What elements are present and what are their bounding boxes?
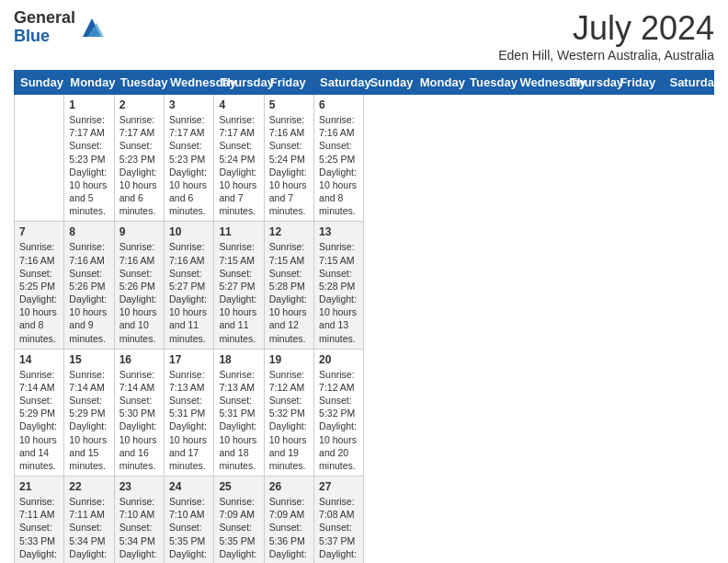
day-number: 4 — [219, 98, 258, 111]
day-info: Sunset: 5:23 PM — [69, 139, 108, 165]
month-title: July 2024 — [498, 9, 714, 48]
day-cell: 15Sunrise: 7:14 AMSunset: 5:29 PMDayligh… — [64, 349, 114, 476]
day-info: Daylight: 10 hours — [219, 419, 258, 445]
day-info: Sunset: 5:27 PM — [219, 267, 258, 293]
day-info: Sunrise: 7:12 AM — [319, 368, 358, 394]
day-info: Daylight: 10 hours — [269, 293, 309, 318]
day-info: and 11 minutes. — [219, 318, 258, 344]
day-info: Daylight: 10 hours — [319, 419, 358, 445]
day-info: Sunrise: 7:14 AM — [69, 368, 108, 394]
day-number: 11 — [219, 225, 258, 238]
day-number: 12 — [269, 225, 309, 238]
day-info: Daylight: 10 hours — [19, 547, 59, 563]
day-number: 18 — [219, 353, 258, 366]
day-info: Sunrise: 7:15 AM — [319, 240, 358, 266]
day-info: Daylight: 10 hours — [219, 293, 258, 318]
day-info: Daylight: 10 hours — [319, 293, 358, 318]
day-header-friday: Friday — [264, 71, 313, 95]
day-info: Sunset: 5:24 PM — [269, 139, 309, 165]
day-cell — [15, 95, 64, 222]
day-header-sunday: Sunday — [15, 71, 64, 95]
day-info: Sunset: 5:23 PM — [169, 139, 209, 165]
day-cell: 1Sunrise: 7:17 AMSunset: 5:23 PMDaylight… — [64, 95, 114, 222]
week-row-1: 1Sunrise: 7:17 AMSunset: 5:23 PMDaylight… — [15, 95, 714, 222]
day-number: 13 — [319, 225, 358, 238]
day-cell: 17Sunrise: 7:13 AMSunset: 5:31 PMDayligh… — [165, 349, 214, 476]
day-info: Sunset: 5:25 PM — [319, 139, 358, 165]
page-header: General Blue July 2024 Eden Hill, Wester… — [14, 9, 714, 63]
day-number: 10 — [169, 225, 209, 238]
day-cell: 23Sunrise: 7:10 AMSunset: 5:34 PMDayligh… — [114, 477, 164, 563]
day-info: Daylight: 10 hours — [19, 293, 59, 318]
day-number: 2 — [119, 98, 159, 111]
day-number: 24 — [169, 480, 209, 493]
day-header-wednesday: Wednesday — [165, 71, 214, 95]
day-info: Sunset: 5:30 PM — [119, 394, 159, 419]
day-info: Sunset: 5:32 PM — [319, 394, 358, 419]
day-info: Sunset: 5:36 PM — [269, 521, 309, 546]
day-info: and 10 minutes. — [119, 318, 159, 344]
day-info: Daylight: 10 hours — [169, 547, 209, 563]
col-header-friday: Friday — [614, 71, 664, 95]
day-info: and 6 minutes. — [169, 191, 209, 217]
day-info: Daylight: 10 hours — [169, 166, 209, 191]
day-info: Sunrise: 7:12 AM — [269, 368, 309, 394]
day-header-monday: Monday — [64, 71, 114, 95]
day-cell: 25Sunrise: 7:09 AMSunset: 5:35 PMDayligh… — [214, 477, 264, 563]
day-info: and 5 minutes. — [69, 191, 108, 217]
day-number: 14 — [19, 353, 59, 366]
day-number: 23 — [119, 480, 159, 493]
day-cell: 11Sunrise: 7:15 AMSunset: 5:27 PMDayligh… — [214, 222, 264, 349]
day-cell: 8Sunrise: 7:16 AMSunset: 5:26 PMDaylight… — [64, 222, 114, 349]
col-header-tuesday: Tuesday — [464, 71, 514, 95]
day-info: Daylight: 10 hours — [69, 547, 108, 563]
day-info: Sunset: 5:34 PM — [119, 521, 159, 546]
day-number: 19 — [269, 353, 309, 366]
day-cell: 3Sunrise: 7:17 AMSunset: 5:23 PMDaylight… — [165, 95, 214, 222]
day-info: Sunrise: 7:11 AM — [19, 495, 59, 521]
day-info: Daylight: 10 hours — [269, 419, 309, 445]
day-info: and 20 minutes. — [319, 446, 358, 472]
day-info: Daylight: 10 hours — [19, 419, 59, 445]
day-info: Sunrise: 7:16 AM — [119, 240, 159, 266]
day-cell: 14Sunrise: 7:14 AMSunset: 5:29 PMDayligh… — [15, 349, 64, 476]
day-info: Daylight: 10 hours — [319, 547, 358, 563]
day-info: Sunrise: 7:08 AM — [319, 495, 358, 521]
day-info: Sunrise: 7:16 AM — [69, 240, 108, 266]
col-header-saturday: Saturday — [664, 71, 714, 95]
day-info: Sunset: 5:23 PM — [119, 139, 159, 165]
day-number: 9 — [119, 225, 159, 238]
day-info: Daylight: 10 hours — [119, 293, 159, 318]
day-cell: 26Sunrise: 7:09 AMSunset: 5:36 PMDayligh… — [264, 477, 313, 563]
location: Eden Hill, Western Australia, Australia — [498, 48, 714, 63]
day-info: and 16 minutes. — [119, 446, 159, 472]
day-info: Sunrise: 7:09 AM — [269, 495, 309, 521]
day-info: Sunset: 5:35 PM — [169, 521, 209, 546]
day-cell: 27Sunrise: 7:08 AMSunset: 5:37 PMDayligh… — [314, 477, 364, 563]
day-info: Sunrise: 7:11 AM — [69, 495, 108, 521]
day-info: Daylight: 10 hours — [119, 419, 159, 445]
day-info: Sunset: 5:24 PM — [219, 139, 258, 165]
logo-icon — [78, 14, 106, 41]
day-cell: 19Sunrise: 7:12 AMSunset: 5:32 PMDayligh… — [264, 349, 313, 476]
day-info: and 7 minutes. — [269, 191, 309, 217]
day-cell: 9Sunrise: 7:16 AMSunset: 5:26 PMDaylight… — [114, 222, 164, 349]
day-info: Sunrise: 7:16 AM — [19, 240, 59, 266]
day-cell: 21Sunrise: 7:11 AMSunset: 5:33 PMDayligh… — [15, 477, 64, 563]
day-cell: 7Sunrise: 7:16 AMSunset: 5:25 PMDaylight… — [15, 222, 64, 349]
calendar-table: SundayMondayTuesdayWednesdayThursdayFrid… — [14, 70, 714, 563]
day-info: Daylight: 10 hours — [69, 419, 108, 445]
title-section: July 2024 Eden Hill, Western Australia, … — [498, 9, 714, 63]
day-info: Sunset: 5:33 PM — [19, 521, 59, 546]
day-info: and 11 minutes. — [169, 318, 209, 344]
logo: General Blue — [14, 9, 106, 46]
day-info: and 19 minutes. — [269, 446, 309, 472]
day-info: Daylight: 10 hours — [269, 166, 309, 191]
day-info: Sunrise: 7:16 AM — [269, 113, 309, 139]
day-info: Sunset: 5:28 PM — [319, 267, 358, 293]
day-number: 5 — [269, 98, 309, 111]
col-header-monday: Monday — [414, 71, 463, 95]
day-info: and 8 minutes. — [19, 318, 59, 344]
day-number: 16 — [119, 353, 159, 366]
header-row: SundayMondayTuesdayWednesdayThursdayFrid… — [15, 71, 714, 95]
